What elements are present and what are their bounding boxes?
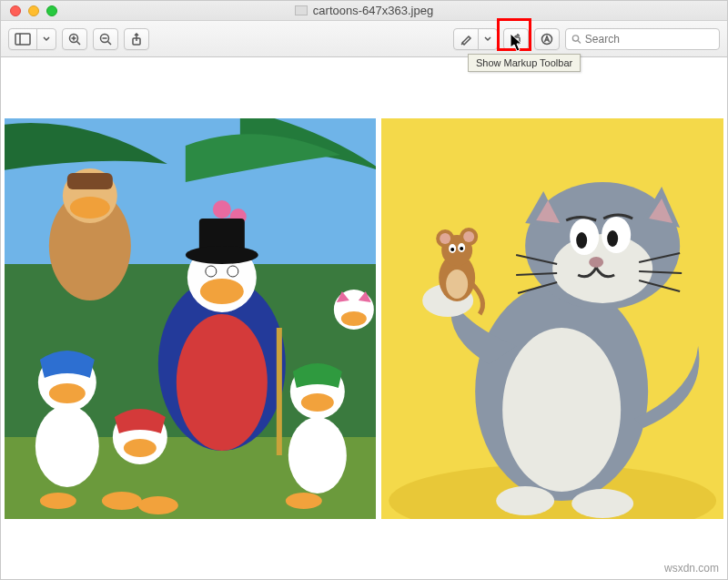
svg-point-17 [213,200,231,219]
svg-point-71 [460,247,463,250]
highlight-tool-menu-button[interactable] [478,28,498,50]
markup-icon [541,33,553,46]
svg-point-35 [35,405,99,487]
svg-rect-23 [67,173,113,189]
svg-point-62 [446,270,468,299]
zoom-in-button[interactable] [62,28,87,50]
search-icon [571,34,581,45]
toolbar [1,21,727,57]
rotate-icon [510,33,522,46]
svg-point-58 [589,257,603,268]
svg-point-53 [552,234,652,303]
tooltip: Show Markup Toolbar [468,54,581,72]
preview-window: cartoons-647x363.jpeg [0,0,728,580]
markup-button[interactable] [534,28,560,50]
svg-point-42 [341,311,367,326]
svg-point-67 [463,231,474,242]
window-title-text: cartoons-647x363.jpeg [313,4,433,17]
image-canvas[interactable] [1,118,727,519]
zoom-out-icon [99,33,112,46]
highlight-tool-button[interactable] [453,28,479,50]
svg-point-12 [572,35,578,40]
svg-point-65 [440,233,450,244]
svg-point-45 [40,493,76,509]
svg-point-60 [571,489,633,518]
watermark: wsxdn.com [664,562,719,575]
svg-point-57 [607,230,618,247]
svg-rect-0 [15,34,30,45]
svg-point-56 [576,232,587,249]
window-title: cartoons-647x363.jpeg [1,4,727,17]
svg-point-59 [496,486,554,515]
svg-point-43 [102,492,142,510]
svg-point-50 [502,328,621,492]
share-button[interactable] [124,28,149,50]
share-icon [130,33,143,46]
minimize-button[interactable] [28,5,39,16]
cartoon-cat-mouse-illustration [381,118,723,519]
svg-point-25 [177,314,268,451]
svg-point-37 [124,439,157,457]
svg-point-40 [288,417,347,494]
chevron-down-icon [43,36,50,42]
sidebar-view-menu-button[interactable] [36,28,56,50]
search-input[interactable] [585,33,713,46]
zoom-in-icon [68,33,81,46]
svg-point-44 [138,496,178,514]
svg-point-29 [186,246,258,264]
svg-point-70 [450,248,454,251]
watermark-text: wsxdn.com [664,562,719,575]
zoom-button[interactable] [46,5,57,16]
svg-line-13 [578,40,581,43]
sidebar-icon [15,33,31,46]
tooltip-text: Show Markup Toolbar [476,57,572,68]
svg-line-3 [77,41,81,45]
sidebar-view-button[interactable] [8,28,37,50]
svg-rect-32 [277,328,282,455]
content-area [1,57,727,579]
highlighter-icon [460,33,472,46]
svg-point-27 [200,279,244,304]
chevron-down-icon [484,36,491,42]
svg-point-22 [70,197,110,219]
cartoon-ducks-illustration [5,118,376,519]
traffic-lights [1,5,57,16]
svg-line-7 [108,41,112,45]
svg-point-31 [228,266,238,277]
file-jpeg-icon [295,5,308,15]
close-button[interactable] [10,5,21,16]
svg-point-46 [286,493,322,509]
titlebar: cartoons-647x363.jpeg [1,1,727,21]
search-field[interactable] [565,28,720,50]
image-left-panel [5,118,376,519]
svg-point-39 [301,393,334,412]
zoom-out-button[interactable] [93,28,118,50]
svg-point-34 [49,383,86,403]
rotate-button[interactable] [503,28,529,50]
svg-point-30 [206,266,217,277]
image-right-panel [381,118,723,519]
